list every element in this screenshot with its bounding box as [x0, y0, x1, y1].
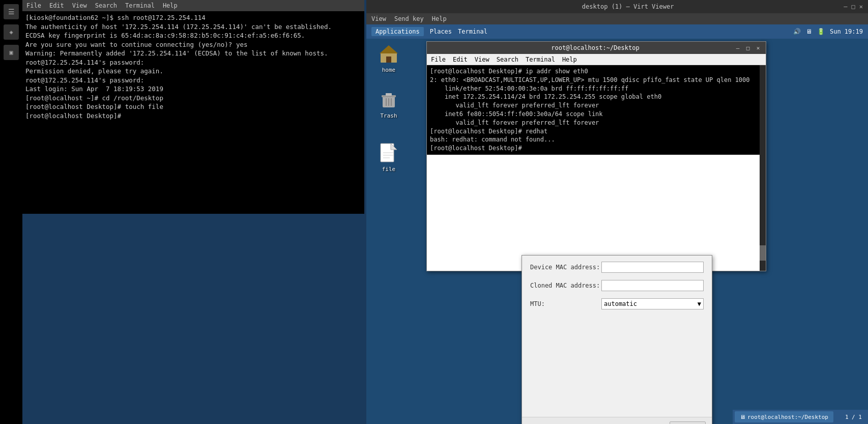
- svg-marker-1: [380, 45, 398, 53]
- gnome-clock: Sun 19:19: [830, 28, 863, 35]
- scrollbar-thumb[interactable]: [760, 245, 766, 261]
- inner-maximize-button[interactable]: □: [744, 44, 751, 51]
- virt-desktop: home Trash: [366, 39, 868, 424]
- terminal-scrollbar[interactable]: [760, 65, 766, 271]
- virt-close-button[interactable]: ✕: [859, 3, 863, 10]
- panel-icon-1[interactable]: ☰: [4, 4, 19, 19]
- gnome-volume-icon: 🔊: [793, 28, 801, 35]
- cloned-mac-field: Cloned MAC address:: [530, 280, 704, 291]
- desktop-icon-trash[interactable]: Trash: [370, 87, 407, 119]
- gnome-applications[interactable]: Applications: [371, 27, 424, 36]
- menu-terminal[interactable]: Terminal: [125, 2, 155, 9]
- desktop-icon-file[interactable]: file: [370, 140, 407, 173]
- trash-icon: [377, 87, 401, 111]
- inner-close-button[interactable]: ✕: [755, 44, 762, 51]
- virt-menu-help[interactable]: Help: [432, 15, 447, 22]
- file-icon: [377, 140, 401, 165]
- mtu-field: MTU: automatic ▼: [530, 298, 704, 309]
- inner-menu-help[interactable]: Help: [562, 56, 577, 63]
- virt-viewer-titlebar: desktop (1) – Virt Viewer — □ ✕: [366, 0, 868, 13]
- home-icon-label: home: [382, 67, 396, 73]
- inner-menu-file[interactable]: File: [431, 56, 446, 63]
- inner-menu-terminal[interactable]: Terminal: [526, 56, 555, 63]
- menu-view[interactable]: View: [72, 2, 87, 9]
- svg-rect-5: [386, 93, 392, 96]
- mac-address-field: Device MAC address:: [530, 262, 704, 273]
- mtu-label: MTU:: [530, 300, 601, 307]
- taskbar-pager: 1 / 1: [845, 414, 866, 420]
- dialog-body: Device MAC address: Cloned MAC address: …: [522, 256, 712, 417]
- menu-help[interactable]: Help: [163, 2, 178, 9]
- inner-terminal-window: root@localhost:~/Desktop — □ ✕ File Edit…: [426, 41, 766, 271]
- mac-address-input[interactable]: [601, 262, 704, 273]
- menu-file[interactable]: File: [26, 2, 41, 9]
- virt-minimize-button[interactable]: —: [844, 3, 847, 10]
- taskbar-label: root@localhost:~/Desktop: [747, 414, 828, 420]
- menu-edit[interactable]: Edit: [49, 2, 64, 9]
- virt-maximize-button[interactable]: □: [852, 3, 855, 10]
- gnome-taskbar: Applications Places Terminal 🔊 🖥 🔋 Sun 1…: [366, 24, 868, 39]
- inner-menu-search[interactable]: Search: [497, 56, 518, 63]
- mtu-dropdown-icon: ▼: [698, 300, 701, 307]
- mtu-select[interactable]: automatic ▼: [601, 298, 704, 309]
- cloned-mac-input[interactable]: [601, 280, 704, 291]
- left-terminal: File Edit View Search Terminal Help [kio…: [22, 0, 364, 214]
- virt-menu-sendkey[interactable]: Send key: [394, 15, 424, 22]
- inner-terminal-menubar: File Edit View Search Terminal Help: [427, 54, 766, 65]
- cancel-button[interactable]: Cancel: [670, 421, 706, 424]
- mtu-value: automatic: [604, 300, 637, 307]
- cloned-mac-label: Cloned MAC address:: [530, 282, 601, 289]
- taskbar: 🖥 root@localhost:~/Desktop 1 / 1: [733, 410, 868, 424]
- file-icon-label: file: [382, 166, 396, 173]
- trash-icon-label: Trash: [380, 112, 397, 119]
- gnome-display-icon: 🖥: [806, 28, 812, 35]
- network-config-dialog: Device MAC address: Cloned MAC address: …: [522, 255, 712, 424]
- virt-viewer-title: desktop (1) – Virt Viewer: [412, 3, 844, 10]
- taskbar-icon: 🖥: [740, 414, 745, 420]
- inner-minimize-button[interactable]: —: [734, 44, 741, 51]
- gnome-terminal[interactable]: Terminal: [458, 28, 487, 35]
- virt-menubar: View Send key Help: [366, 13, 868, 24]
- left-terminal-content[interactable]: [kiosk@foundation62 ~]$ ssh root@172.25.…: [22, 11, 364, 214]
- inner-terminal-content[interactable]: [root@localhost Desktop]# ip addr show e…: [427, 65, 766, 155]
- virt-viewer-window: desktop (1) – Virt Viewer — □ ✕ View Sen…: [366, 0, 868, 424]
- left-terminal-menubar: File Edit View Search Terminal Help: [22, 0, 364, 11]
- dialog-footer: Cancel: [522, 417, 712, 424]
- taskbar-item-terminal[interactable]: 🖥 root@localhost:~/Desktop: [735, 411, 833, 422]
- desktop-icon-home[interactable]: home: [370, 41, 407, 73]
- inner-menu-edit[interactable]: Edit: [453, 56, 468, 63]
- virt-menu-view[interactable]: View: [371, 15, 386, 22]
- home-icon: [377, 41, 401, 66]
- inner-menu-view[interactable]: View: [475, 56, 489, 63]
- svg-rect-2: [386, 56, 391, 63]
- menu-search[interactable]: Search: [95, 2, 117, 9]
- mac-address-label: Device MAC address:: [530, 264, 601, 271]
- gnome-power-icon: 🔋: [817, 28, 825, 35]
- gnome-places[interactable]: Places: [430, 28, 452, 35]
- left-panel: ☰ ◈ ▣: [0, 0, 22, 424]
- inner-terminal-title: root@localhost:~/Desktop: [456, 44, 734, 51]
- inner-terminal-titlebar: root@localhost:~/Desktop — □ ✕: [427, 42, 766, 54]
- panel-icon-2[interactable]: ◈: [4, 24, 19, 40]
- panel-icon-3[interactable]: ▣: [4, 45, 19, 60]
